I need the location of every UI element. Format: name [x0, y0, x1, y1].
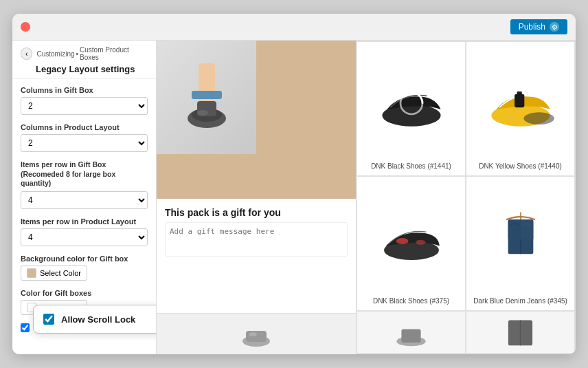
bg-color-btn-label: Select Color	[40, 269, 81, 277]
product-card-0: DNK Black Shoes (#1441)	[357, 42, 465, 175]
breadcrumb-separator: •	[76, 50, 79, 58]
product-name-1: DNK Yellow Shoes (#1440)	[479, 162, 562, 170]
product-name-3: Dark Blue Denim Jeans (#345)	[473, 297, 567, 305]
product-thumb-5	[501, 317, 539, 347]
product-denim-svg	[486, 207, 555, 269]
bg-color-field: Background color for Gift box Select Col…	[21, 255, 148, 281]
product-card-3: Dark Blue Denim Jeans (#345)	[466, 177, 574, 310]
bottom-preview	[157, 313, 356, 354]
svg-point-5	[197, 110, 208, 116]
product-name-0: DNK Black Shoes (#1441)	[371, 162, 451, 170]
items-gift-field: Items per row in Gift Box (Recomeded 8 f…	[21, 160, 148, 209]
product-card-5	[466, 312, 574, 353]
product-thumb-4	[392, 317, 430, 347]
tooltip-checkbox[interactable]	[43, 314, 54, 325]
columns-gift-label: Columns in Gift Box	[21, 86, 148, 94]
items-gift-select[interactable]: 4 6 8	[21, 191, 148, 209]
publish-button[interactable]: Publish ⚙	[510, 19, 567, 34]
breadcrumb-parent: Customizing	[36, 50, 74, 58]
svg-rect-12	[514, 94, 524, 107]
svg-rect-24	[401, 329, 420, 343]
items-gift-label: Items per row in Gift Box (Recomeded 8 f…	[21, 160, 148, 188]
product-img-0	[363, 47, 460, 158]
breadcrumb-page: Custom Product Boxes	[80, 46, 148, 61]
beige-box-bottom	[157, 154, 256, 199]
product-img-3	[472, 182, 569, 293]
svg-point-16	[396, 238, 408, 244]
product-shoe-svg-3	[374, 210, 449, 266]
bg-color-swatch	[27, 268, 36, 278]
breadcrumb: ‹ Customizing • Custom Product Boxes	[21, 46, 148, 61]
columns-gift-select[interactable]: 2 3 4	[21, 97, 148, 115]
color-gift-label: Color for Gift boxes	[21, 289, 148, 297]
beige-box-top	[256, 41, 356, 154]
main-area: ‹ Customizing • Custom Product Boxes Leg…	[12, 41, 576, 354]
back-arrow-icon: ‹	[25, 50, 27, 58]
sidebar-header: ‹ Customizing • Custom Product Boxes Leg…	[12, 41, 156, 79]
shoe-image-cell	[157, 41, 256, 154]
sidebar-title: Legacy Layout settings	[36, 64, 148, 74]
product-name-2: DNK Black Shoes (#375)	[373, 297, 449, 305]
product-card-2: DNK Black Shoes (#375)	[357, 177, 465, 310]
columns-product-select[interactable]: 2 3 4	[21, 134, 148, 152]
tooltip-label: Allow Scroll Lock	[61, 314, 157, 325]
content-area: This pack is a gift for you	[157, 41, 576, 354]
columns-product-field: Columns in Product Layout 2 3 4	[21, 123, 148, 152]
bg-color-button[interactable]: Select Color	[21, 266, 87, 281]
sidebar: ‹ Customizing • Custom Product Boxes Leg…	[12, 41, 157, 354]
svg-rect-22	[521, 219, 533, 239]
preview-panel: This pack is a gift for you	[157, 41, 356, 354]
product-img-1	[472, 47, 569, 158]
gift-title: This pack is a gift for you	[165, 207, 348, 218]
product-shoe-svg-1	[374, 76, 449, 131]
gear-icon: ⚙	[550, 22, 559, 32]
close-button[interactable]	[21, 22, 30, 32]
scroll-lock-tooltip: Allow Scroll Lock ?	[33, 305, 157, 334]
bg-color-label: Background color for Gift box	[21, 255, 148, 263]
beige-box-br	[256, 154, 356, 199]
svg-rect-13	[517, 91, 521, 95]
items-product-select[interactable]: 4 6 8	[21, 228, 148, 246]
columns-gift-field: Columns in Gift Box 2 3 4	[21, 86, 148, 115]
bottom-shoe-svg	[239, 321, 273, 348]
back-button[interactable]: ‹	[21, 47, 32, 60]
svg-rect-1	[192, 91, 222, 99]
products-grid: DNK Black Shoes (#1441)	[356, 41, 576, 354]
app-window: Publish ⚙ ‹ Customizing • Custom Product…	[12, 14, 576, 354]
svg-rect-7	[246, 331, 267, 342]
product-shoe-svg-2	[483, 76, 558, 131]
scroll-lock-checkbox[interactable]	[21, 323, 30, 332]
svg-rect-21	[508, 219, 520, 239]
svg-point-8	[249, 332, 257, 336]
product-img-2	[363, 182, 460, 293]
gift-box-visual	[157, 41, 356, 199]
shoe-svg-1	[179, 63, 234, 132]
items-product-field: Items per row in Product Layout 4 6 8	[21, 217, 148, 246]
titlebar: Publish ⚙	[12, 14, 576, 41]
gift-message-input[interactable]	[165, 222, 348, 257]
svg-point-17	[416, 239, 425, 244]
items-product-label: Items per row in Product Layout	[21, 217, 148, 226]
columns-product-label: Columns in Product Layout	[21, 123, 148, 131]
gift-text-area: This pack is a gift for you	[157, 199, 356, 313]
publish-label: Publish	[519, 22, 545, 32]
svg-point-14	[523, 112, 554, 125]
product-card-4	[357, 312, 465, 353]
product-card-1: DNK Yellow Shoes (#1440)	[466, 42, 574, 175]
